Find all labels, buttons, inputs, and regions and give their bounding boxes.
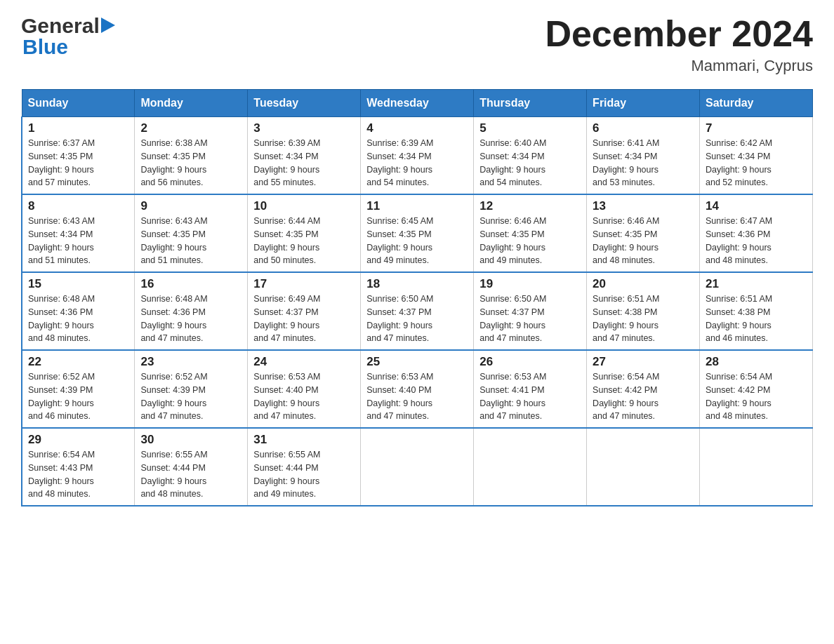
calendar-day-cell: 6Sunrise: 6:41 AMSunset: 4:34 PMDaylight… — [587, 117, 700, 195]
day-info: Sunrise: 6:51 AMSunset: 4:38 PMDaylight:… — [706, 293, 807, 345]
day-number: 12 — [479, 199, 581, 213]
day-info: Sunrise: 6:48 AMSunset: 4:36 PMDaylight:… — [140, 293, 241, 345]
day-number: 27 — [593, 355, 694, 369]
day-number: 23 — [140, 355, 241, 369]
calendar-day-cell: 12Sunrise: 6:46 AMSunset: 4:35 PMDayligh… — [474, 194, 587, 272]
day-info: Sunrise: 6:45 AMSunset: 4:35 PMDaylight:… — [366, 215, 468, 267]
page-header: General Blue December 2024 Mammari, Cypr… — [21, 14, 813, 75]
day-number: 29 — [28, 433, 128, 447]
calendar-day-cell: 19Sunrise: 6:50 AMSunset: 4:37 PMDayligh… — [474, 272, 587, 350]
calendar-week-row: 8Sunrise: 6:43 AMSunset: 4:34 PMDaylight… — [22, 194, 813, 272]
day-number: 17 — [253, 277, 355, 291]
day-info: Sunrise: 6:42 AMSunset: 4:34 PMDaylight:… — [706, 137, 807, 189]
calendar-day-cell: 29Sunrise: 6:54 AMSunset: 4:43 PMDayligh… — [22, 428, 135, 506]
day-number: 11 — [366, 199, 468, 213]
day-number: 15 — [28, 277, 128, 291]
day-info: Sunrise: 6:51 AMSunset: 4:38 PMDaylight:… — [593, 293, 694, 345]
day-number: 3 — [253, 121, 355, 135]
calendar-day-cell: 14Sunrise: 6:47 AMSunset: 4:36 PMDayligh… — [700, 194, 813, 272]
day-info: Sunrise: 6:39 AMSunset: 4:34 PMDaylight:… — [253, 137, 355, 189]
day-info: Sunrise: 6:54 AMSunset: 4:43 PMDaylight:… — [28, 448, 128, 501]
day-info: Sunrise: 6:43 AMSunset: 4:35 PMDaylight:… — [140, 215, 241, 267]
day-number: 19 — [479, 277, 581, 291]
calendar-day-header: Thursday — [474, 90, 587, 117]
calendar-day-cell: 3Sunrise: 6:39 AMSunset: 4:34 PMDaylight… — [248, 117, 361, 195]
calendar-day-header: Monday — [135, 90, 248, 117]
calendar-day-header: Saturday — [700, 90, 813, 117]
day-info: Sunrise: 6:38 AMSunset: 4:35 PMDaylight:… — [140, 137, 241, 189]
day-number: 14 — [706, 199, 807, 213]
calendar-day-cell: 2Sunrise: 6:38 AMSunset: 4:35 PMDaylight… — [135, 117, 248, 195]
calendar-day-cell: 1Sunrise: 6:37 AMSunset: 4:35 PMDaylight… — [22, 117, 135, 195]
logo-triangle-icon — [101, 18, 115, 33]
calendar-day-cell — [361, 428, 474, 506]
day-info: Sunrise: 6:49 AMSunset: 4:37 PMDaylight:… — [253, 293, 355, 345]
day-info: Sunrise: 6:52 AMSunset: 4:39 PMDaylight:… — [140, 370, 241, 423]
day-info: Sunrise: 6:44 AMSunset: 4:35 PMDaylight:… — [253, 215, 355, 267]
day-info: Sunrise: 6:48 AMSunset: 4:36 PMDaylight:… — [28, 293, 128, 345]
calendar-day-header: Tuesday — [248, 90, 361, 117]
day-number: 30 — [140, 433, 241, 447]
calendar-week-row: 1Sunrise: 6:37 AMSunset: 4:35 PMDaylight… — [22, 117, 813, 195]
logo-general: General — [21, 14, 100, 38]
calendar-day-cell: 31Sunrise: 6:55 AMSunset: 4:44 PMDayligh… — [248, 428, 361, 506]
calendar-day-cell: 15Sunrise: 6:48 AMSunset: 4:36 PMDayligh… — [22, 272, 135, 350]
day-info: Sunrise: 6:53 AMSunset: 4:40 PMDaylight:… — [366, 370, 468, 423]
calendar-day-cell: 10Sunrise: 6:44 AMSunset: 4:35 PMDayligh… — [248, 194, 361, 272]
day-info: Sunrise: 6:40 AMSunset: 4:34 PMDaylight:… — [479, 137, 581, 189]
day-info: Sunrise: 6:43 AMSunset: 4:34 PMDaylight:… — [28, 215, 128, 267]
calendar-day-cell — [700, 428, 813, 506]
calendar-day-cell: 18Sunrise: 6:50 AMSunset: 4:37 PMDayligh… — [361, 272, 474, 350]
calendar-day-cell: 4Sunrise: 6:39 AMSunset: 4:34 PMDaylight… — [361, 117, 474, 195]
calendar-day-cell: 25Sunrise: 6:53 AMSunset: 4:40 PMDayligh… — [361, 350, 474, 428]
day-info: Sunrise: 6:53 AMSunset: 4:41 PMDaylight:… — [479, 370, 581, 423]
calendar-day-cell: 8Sunrise: 6:43 AMSunset: 4:34 PMDaylight… — [22, 194, 135, 272]
day-number: 18 — [366, 277, 468, 291]
calendar-day-cell: 5Sunrise: 6:40 AMSunset: 4:34 PMDaylight… — [474, 117, 587, 195]
calendar-header-row: SundayMondayTuesdayWednesdayThursdayFrid… — [22, 90, 813, 117]
day-info: Sunrise: 6:41 AMSunset: 4:34 PMDaylight:… — [593, 137, 694, 189]
day-number: 6 — [593, 121, 694, 135]
calendar-day-cell: 16Sunrise: 6:48 AMSunset: 4:36 PMDayligh… — [135, 272, 248, 350]
calendar-table: SundayMondayTuesdayWednesdayThursdayFrid… — [21, 89, 813, 507]
title-section: December 2024 Mammari, Cyprus — [545, 14, 813, 75]
day-info: Sunrise: 6:50 AMSunset: 4:37 PMDaylight:… — [366, 293, 468, 345]
day-number: 8 — [28, 199, 128, 213]
calendar-day-cell — [587, 428, 700, 506]
calendar-day-header: Wednesday — [361, 90, 474, 117]
calendar-day-header: Friday — [587, 90, 700, 117]
day-number: 21 — [706, 277, 807, 291]
calendar-day-cell: 23Sunrise: 6:52 AMSunset: 4:39 PMDayligh… — [135, 350, 248, 428]
calendar-week-row: 22Sunrise: 6:52 AMSunset: 4:39 PMDayligh… — [22, 350, 813, 428]
calendar-day-cell: 27Sunrise: 6:54 AMSunset: 4:42 PMDayligh… — [587, 350, 700, 428]
calendar-day-cell: 7Sunrise: 6:42 AMSunset: 4:34 PMDaylight… — [700, 117, 813, 195]
calendar-day-cell: 9Sunrise: 6:43 AMSunset: 4:35 PMDaylight… — [135, 194, 248, 272]
page-title: December 2024 — [545, 14, 813, 54]
calendar-day-cell: 28Sunrise: 6:54 AMSunset: 4:42 PMDayligh… — [700, 350, 813, 428]
day-number: 2 — [140, 121, 241, 135]
page-subtitle: Mammari, Cyprus — [545, 57, 813, 75]
logo: General Blue — [21, 14, 115, 59]
day-number: 4 — [366, 121, 468, 135]
day-number: 28 — [706, 355, 807, 369]
svg-marker-0 — [101, 18, 115, 33]
day-number: 22 — [28, 355, 128, 369]
day-number: 10 — [253, 199, 355, 213]
day-number: 5 — [479, 121, 581, 135]
calendar-day-cell — [474, 428, 587, 506]
calendar-day-header: Sunday — [22, 90, 135, 117]
calendar-day-cell: 22Sunrise: 6:52 AMSunset: 4:39 PMDayligh… — [22, 350, 135, 428]
day-number: 26 — [479, 355, 581, 369]
calendar-day-cell: 21Sunrise: 6:51 AMSunset: 4:38 PMDayligh… — [700, 272, 813, 350]
day-info: Sunrise: 6:52 AMSunset: 4:39 PMDaylight:… — [28, 370, 128, 423]
calendar-day-cell: 17Sunrise: 6:49 AMSunset: 4:37 PMDayligh… — [248, 272, 361, 350]
calendar-day-cell: 26Sunrise: 6:53 AMSunset: 4:41 PMDayligh… — [474, 350, 587, 428]
day-number: 13 — [593, 199, 694, 213]
day-info: Sunrise: 6:55 AMSunset: 4:44 PMDaylight:… — [140, 448, 241, 501]
calendar-day-cell: 11Sunrise: 6:45 AMSunset: 4:35 PMDayligh… — [361, 194, 474, 272]
calendar-day-cell: 20Sunrise: 6:51 AMSunset: 4:38 PMDayligh… — [587, 272, 700, 350]
day-info: Sunrise: 6:46 AMSunset: 4:35 PMDaylight:… — [593, 215, 694, 267]
day-info: Sunrise: 6:55 AMSunset: 4:44 PMDaylight:… — [253, 448, 355, 501]
day-number: 20 — [593, 277, 694, 291]
day-info: Sunrise: 6:54 AMSunset: 4:42 PMDaylight:… — [706, 370, 807, 423]
